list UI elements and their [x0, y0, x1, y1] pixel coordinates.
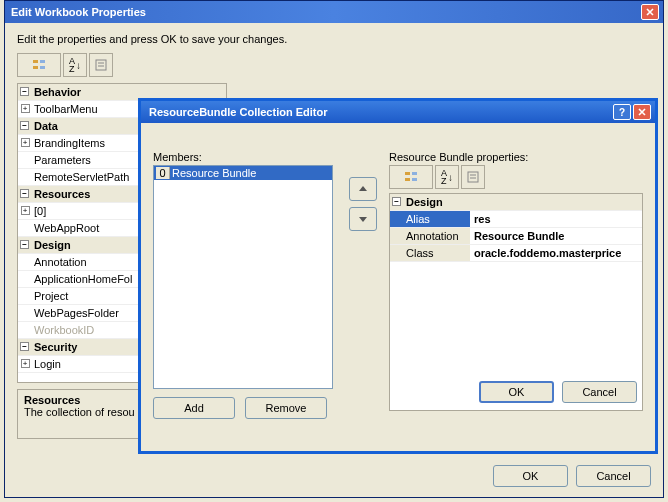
outer-title: Edit Workbook Properties [9, 6, 641, 18]
add-button[interactable]: Add [153, 397, 235, 419]
svg-rect-4 [96, 60, 106, 70]
outer-titlebar: Edit Workbook Properties [5, 1, 663, 23]
move-down-button[interactable] [349, 207, 377, 231]
collapse-icon[interactable]: − [20, 121, 29, 130]
svg-rect-10 [412, 178, 417, 181]
members-list[interactable]: 0 Resource Bundle [153, 165, 333, 389]
instruction-text: Edit the properties and press OK to save… [17, 33, 651, 45]
alphabetical-button[interactable]: AZ↓ [63, 53, 87, 77]
expand-icon[interactable]: + [21, 104, 30, 113]
cancel-button[interactable]: Cancel [576, 465, 651, 487]
arrow-down-icon [358, 214, 368, 224]
property-pages-button[interactable] [89, 53, 113, 77]
svg-rect-7 [405, 172, 410, 175]
expand-icon[interactable]: + [21, 359, 30, 368]
resource-bundle-properties-label: Resource Bundle properties: [389, 151, 643, 163]
categorized-button[interactable] [389, 165, 433, 189]
collapse-icon[interactable]: − [20, 87, 29, 96]
member-item-0[interactable]: 0 Resource Bundle [154, 166, 332, 180]
categorized-button[interactable] [17, 53, 61, 77]
close-icon[interactable] [633, 104, 651, 120]
ok-button[interactable]: OK [493, 465, 568, 487]
inner-titlebar: ResourceBundle Collection Editor ? [141, 101, 655, 123]
outer-toolbar: AZ↓ [17, 53, 651, 77]
member-index: 0 [156, 167, 170, 179]
cancel-button[interactable]: Cancel [562, 381, 637, 403]
alphabetical-button[interactable]: AZ↓ [435, 165, 459, 189]
arrow-up-icon [358, 184, 368, 194]
close-icon[interactable] [641, 4, 659, 20]
svg-rect-3 [40, 66, 45, 69]
svg-rect-11 [468, 172, 478, 182]
inner-toolbar: AZ↓ [389, 165, 643, 189]
help-icon[interactable]: ? [613, 104, 631, 120]
svg-rect-9 [412, 172, 417, 175]
category-design[interactable]: −Design [390, 194, 642, 211]
resourcebundle-collection-editor-dialog: ResourceBundle Collection Editor ? Membe… [138, 98, 658, 454]
class-value[interactable]: oracle.foddemo.masterprice [470, 245, 642, 261]
svg-rect-2 [40, 60, 45, 63]
svg-rect-8 [405, 178, 410, 181]
inner-title: ResourceBundle Collection Editor [145, 106, 613, 118]
annotation-value[interactable]: Resource Bundle [470, 228, 642, 244]
resource-bundle-property-grid[interactable]: −Design Alias res Annotation Resource Bu… [389, 193, 643, 411]
property-pages-button[interactable] [461, 165, 485, 189]
members-label: Members: [153, 151, 363, 163]
svg-rect-0 [33, 60, 38, 63]
expand-icon[interactable]: + [21, 206, 30, 215]
collapse-icon[interactable]: − [20, 240, 29, 249]
remove-button[interactable]: Remove [245, 397, 327, 419]
ok-button[interactable]: OK [479, 381, 554, 403]
prop-alias[interactable]: Alias res [390, 211, 642, 228]
move-up-button[interactable] [349, 177, 377, 201]
expand-icon[interactable]: + [21, 138, 30, 147]
member-name: Resource Bundle [172, 167, 256, 179]
collapse-icon[interactable]: − [20, 342, 29, 351]
collapse-icon[interactable]: − [20, 189, 29, 198]
alias-value[interactable]: res [470, 211, 642, 227]
collapse-icon[interactable]: − [392, 197, 401, 206]
prop-class[interactable]: Class oracle.foddemo.masterprice [390, 245, 642, 262]
prop-annotation[interactable]: Annotation Resource Bundle [390, 228, 642, 245]
svg-rect-1 [33, 66, 38, 69]
